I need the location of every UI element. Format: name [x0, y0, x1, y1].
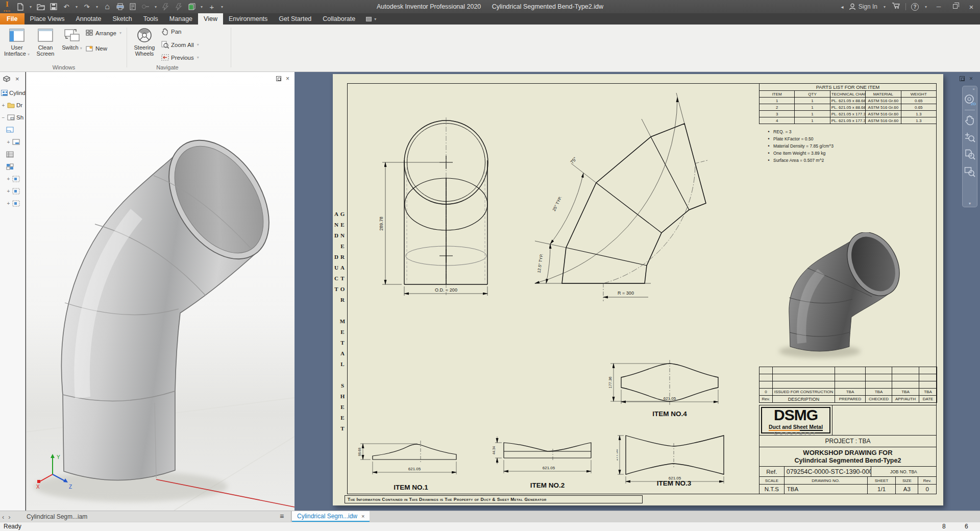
browser-node-view2[interactable]: + — [0, 185, 25, 197]
revision-empty-row — [760, 374, 937, 381]
view-item2-pattern: 44.34 621.05 — [493, 436, 602, 481]
navigation-toolbar: × 2D ▾ — [962, 86, 977, 207]
tab-scroll-right-icon[interactable]: › — [8, 513, 10, 521]
expander-icon[interactable]: + — [6, 188, 11, 194]
clean-screen-icon — [37, 28, 54, 43]
tab-annotate[interactable]: Annotate — [70, 13, 107, 25]
restore-button[interactable] — [949, 3, 961, 10]
parts-row-1: 11PL. 621.05 x 88.68 x 2ASTM 516 Gr.600.… — [760, 98, 937, 104]
sign-in-button[interactable]: Sign In — [849, 3, 877, 10]
segmented-bend-3d-model[interactable] — [26, 72, 295, 511]
arrange-button[interactable]: Arrange ▾ — [86, 30, 122, 36]
browser-node-titleblock[interactable]: + — [0, 136, 25, 148]
navbar-close-icon[interactable]: × — [972, 87, 975, 91]
ref-value: 079254C-0000-STC-1390-000_1 — [785, 467, 871, 476]
view-item1-pattern: 88.68 621.05 — [357, 436, 464, 482]
switch-windows-button[interactable]: Switch ▾ — [59, 28, 85, 51]
browser-close-icon[interactable]: × — [15, 75, 19, 83]
browser-node-partslist[interactable] — [0, 148, 25, 160]
tab-environments[interactable]: Environments — [223, 13, 273, 25]
viewport-close-icon[interactable]: × — [286, 75, 289, 82]
tab-tools[interactable]: Tools — [138, 13, 164, 25]
minimize-button[interactable]: ─ — [933, 3, 944, 10]
tab-scroll-left-icon[interactable]: ‹ — [2, 513, 4, 521]
clean-screen-button[interactable]: Clean Screen — [33, 28, 58, 57]
ribbon-display-toggle[interactable]: ▾ — [366, 13, 377, 25]
tab-file[interactable]: File — [0, 13, 24, 25]
browser-node-sheet-view[interactable] — [0, 160, 25, 173]
viewport-maximize-icon[interactable] — [276, 76, 281, 81]
collapse-arrow-icon[interactable]: ◂ — [841, 4, 844, 10]
previous-view-button[interactable]: Previous ▾ — [161, 54, 200, 61]
browser-node-root[interactable]: Cylind — [0, 87, 25, 99]
triad-y-label: Y — [57, 454, 60, 460]
triad-z-label: Z — [69, 484, 72, 490]
browser-cube-icon[interactable] — [3, 76, 10, 82]
drawing-close-icon[interactable]: × — [969, 75, 973, 82]
browser-node-sheet[interactable]: − Sh — [0, 111, 25, 124]
steering-wheel-2d-button[interactable]: 2D — [963, 91, 977, 109]
pan-tool-button[interactable] — [963, 111, 977, 129]
drawing-maximize-icon[interactable] — [960, 76, 965, 81]
new-window-button[interactable]: New — [86, 45, 107, 52]
item4-dim-h: 177.36 — [608, 377, 612, 389]
browser-node-view1[interactable]: + — [0, 173, 25, 185]
sign-in-caret-icon[interactable]: ▾ — [883, 5, 887, 9]
browser-node-drawing-resources[interactable]: + Dr — [0, 99, 25, 111]
col-qty: QTY — [795, 91, 830, 98]
previous-view-icon — [161, 54, 169, 61]
job-number: JOB NO. TBA — [871, 467, 936, 476]
tab-get-started[interactable]: Get Started — [273, 13, 317, 25]
steering-wheels-button[interactable]: Steering Wheels — [131, 28, 158, 57]
title-block-logo-row: DSMG Duct and Sheet Metal Generator — [760, 405, 936, 436]
tab-assembly-document[interactable]: Cylindrical Segm...iam — [21, 511, 92, 522]
zoom-tool-button[interactable] — [963, 129, 977, 146]
user-interface-button[interactable]: User Interface ▾ — [4, 28, 30, 57]
tab-collaborate[interactable]: Collaborate — [317, 13, 361, 25]
revision-header-row: Rev.DESCRIPTION PREPAREDCHECKED APP/AUTH… — [760, 396, 937, 403]
tab-sketch[interactable]: Sketch — [107, 13, 137, 25]
navbar-options-icon[interactable]: ▾ — [969, 201, 971, 206]
tab-drawing-document-active[interactable]: Cylindrical Segm...idw × — [292, 511, 370, 522]
view-icon — [12, 188, 20, 195]
tab-manage[interactable]: Manage — [164, 13, 198, 25]
zoom-window-tool-button[interactable] — [963, 163, 977, 181]
collapse-icon[interactable]: − — [1, 115, 6, 120]
col-drawing-no: DRAWING NO. — [785, 477, 868, 484]
close-button[interactable]: × — [966, 3, 977, 11]
pan-button[interactable]: Pan — [161, 28, 181, 35]
pan-hand-icon — [161, 28, 169, 35]
help-icon[interactable]: ? — [911, 3, 919, 11]
item4-dim-w: 621.05 — [664, 396, 676, 401]
reference-row: Ref. 079254C-0000-STC-1390-000_1 JOB NO.… — [760, 467, 936, 477]
val-size: A3 — [896, 485, 918, 494]
expander-icon[interactable]: + — [1, 103, 6, 108]
sheet-icon — [7, 114, 15, 120]
tab-list-menu-icon[interactable]: ≡ — [280, 511, 284, 522]
drawing-sheet[interactable]: GENERATOR METAL SHEET AND DUCT The Infor… — [333, 74, 943, 505]
arrange-caret-icon: ▾ — [118, 31, 122, 35]
help-caret-icon[interactable]: ▾ — [924, 5, 928, 9]
store-cart-icon[interactable] — [892, 2, 900, 11]
item1-dim-w: 621.05 — [408, 467, 421, 471]
zoom-all-button[interactable]: Zoom All ▾ — [161, 41, 200, 49]
browser-node-border[interactable] — [0, 124, 25, 136]
drawing-2d-viewport[interactable]: × GENERATOR METAL SHEET AND DUCT The Inf… — [295, 72, 980, 511]
document-tab-bar: ‹ › Cylindrical Segm...iam ≡ Cylindrical… — [0, 511, 980, 522]
dim-25-text: 25° TYP. — [552, 196, 563, 212]
assembly-3d-viewport[interactable]: × — [26, 72, 295, 511]
expander-icon[interactable]: + — [6, 201, 11, 206]
dim-radius-text: R = 300 — [618, 291, 634, 296]
browser-node-view3[interactable]: + — [0, 197, 25, 209]
expander-icon[interactable]: + — [6, 176, 11, 182]
zoom-all-tool-button[interactable] — [963, 146, 977, 163]
col-rev: Rev. — [918, 477, 936, 484]
main-area: × Cylind + Dr − Sh + — [0, 72, 980, 511]
status-count-a: 8 — [942, 523, 946, 530]
tab-close-icon[interactable]: × — [361, 513, 364, 519]
title-bar: IPRO ▾ ↶ ▾ ↷ ▾ ⌂ ▾ — [0, 0, 980, 13]
tab-view[interactable]: View — [198, 13, 223, 25]
tab-place-views[interactable]: Place Views — [24, 13, 70, 25]
note-density: •Material Density = 7.85 g/cm^3 — [764, 142, 834, 150]
expander-icon[interactable]: + — [6, 139, 11, 145]
